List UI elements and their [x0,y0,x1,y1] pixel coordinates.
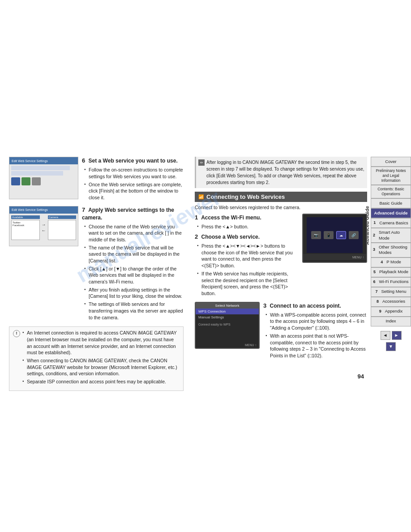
step1-num: 1 [195,214,198,221]
step2-area: 2 Choose a Web service. Press the <▲><▼>… [195,233,299,297]
sn-menu-label: MENU ↑ [245,343,257,347]
sidebar-item-basic-guide[interactable]: Basic Guide [371,198,411,208]
next-page-button[interactable]: ► [392,331,402,340]
screenshot-web-service: Edit Web Service Settings [9,157,78,202]
step7-heading: 7 Apply Web service settings to the came… [82,206,184,222]
step3-area: Select Network WPS Connection Manual Set… [195,302,367,360]
sidebar-item-cover[interactable]: Cover [371,157,411,167]
step6-title: Set a Web service you want to use. [89,158,178,164]
camera-display: 📷 📱 ☁ 🔗 MENU ↑ [302,214,367,263]
sidebar-item-advanced-guide[interactable]: Advanced Guide [371,208,411,218]
sidebar-item-preliminary[interactable]: Preliminary Notes and Legal Information [371,167,411,185]
note-content: An Internet connection is required to ac… [22,330,180,386]
arrow-right: → [42,222,46,227]
step7-bullet-1: Choose the name of the Web service you w… [84,223,184,243]
step7-text: 7 Apply Web service settings to the came… [82,206,184,322]
sidebar-item-setting-menu[interactable]: 7 Setting Menu [371,287,411,297]
sidebar-num-7: 7 [376,289,380,295]
note-bullets: An Internet connection is required to ac… [22,330,180,385]
screenshot-title-text: Edit Web Service Settings [12,159,48,163]
screenshot-box-2: Edit Web Service Settings Available Twit… [9,206,78,246]
right-column: ✏ After logging in to CANON iMAGE GATEWA… [195,157,367,360]
screenshot2-titlebar: Edit Web Service Settings [9,206,78,214]
step1-bullet-1: Press the <▲> button. [197,223,299,230]
section-divider: 📶 Connecting to Web Services [195,192,367,202]
prev-page-button[interactable]: ◄ [381,331,390,340]
step2-bullet-1: Press the <▲><▼><◄><►> buttons to choose… [197,243,299,269]
sidebar-item-setting-menu-label: Setting Menu [381,289,407,294]
sidebar-num-8: 8 [377,299,381,305]
step6-bullet-2: Once the Web service settings are comple… [84,181,184,201]
sidebar-item-smart-auto[interactable]: 2 Smart Auto Mode [371,228,411,243]
sidebar-item-wifi[interactable]: 6 Wi-Fi Functions [371,277,411,287]
arrow-buttons: → ← [42,215,46,240]
cam-icon-share: 🔗 [349,231,359,239]
menu-label: MENU ↑ [352,256,364,259]
step3-bullet-2: With an access point that is not WPS-com… [265,333,367,359]
step3-bullets: With a WPS-compatible access point, conn… [265,312,367,359]
camera-display-area: 📷 📱 ☁ 🔗 MENU ↑ [302,214,367,298]
step6-bullet-1: Follow the on-screen instructions to com… [84,167,184,180]
sidebar-item-other-shooting[interactable]: 3 Other Shooting Modes [371,243,411,257]
down-arrow-area: ▼ [371,342,411,351]
select-network-area: Select Network WPS Connection Manual Set… [195,302,260,360]
step3-title: Connect to an access point. [270,303,341,309]
steps-1-2-text: 1 Access the Wi-Fi menu. Press the <▲> b… [195,214,299,298]
note-bullet-3: Separate ISP connection and access point… [22,378,180,385]
step6-num: 6 [82,157,85,164]
section-intro: Connect to Web services registered to th… [195,205,367,210]
step1-heading: 1 Access the Wi-Fi menu. [195,214,299,222]
wifi-icon: 📶 [198,194,204,199]
section-title: Connecting to Web Services [206,193,285,200]
list-item-facebook: Facebook [13,224,39,227]
cam-label-bar: MENU ↑ [303,254,366,260]
step3-heading: 3 Connect to an access point. [263,302,367,310]
screenshot-icons [11,177,76,185]
sidebar-item-index[interactable]: Index [371,317,411,326]
cam-icon-cloud: ☁ [336,231,346,239]
pencil-icon: ✏ [198,159,205,166]
sidebar-item-wifi-label: Wi-Fi Functions [379,279,409,284]
sidebar-item-camera-basics[interactable]: 1 Camera Basics [371,218,411,228]
cam-icon-camera: 📷 [311,231,321,239]
list-left-content: Twitter Facebook [11,220,40,240]
sidebar-item-p-mode-label: P Mode [386,259,401,265]
cam-icon-phone: 📱 [324,231,334,239]
step7-bullet-3: Click [▲] or [▼] to change the order of … [84,266,184,285]
sidebar-item-appendix-label: Appendix [385,309,403,314]
sidebar-item-accessories[interactable]: 8 Accessories [371,297,411,307]
sidebar-num-5: 5 [373,270,378,275]
step7-num: 7 [82,206,85,213]
note-bullet-1: An Internet connection is required to ac… [22,330,180,356]
note-box: ! An Internet connection is required to … [9,326,184,391]
sn-connect-label: Connect easily to WPS [196,322,259,327]
step6-text: 6 Set a Web service you want to use. Fol… [82,157,184,202]
screenshot-content [9,164,78,187]
sidebar-num-4: 4 [381,260,385,265]
nav-arrows: ◄ ► [371,331,411,340]
step7-area: Edit Web Service Settings Available Twit… [9,206,184,322]
screenshot2-content: Available Twitter Facebook → ← [9,214,78,242]
sidebar-item-appendix[interactable]: 9 Appendix [371,307,411,317]
sidebar-item-playback[interactable]: 5 Playback Mode [371,267,411,277]
sidebar-item-p-mode[interactable]: 4 P Mode [371,257,411,267]
right-note-text: After logging in to CANON iMAGE GATEWAY … [206,159,365,186]
step2-bullets: Press the <▲><▼><◄><►> buttons to choose… [197,243,299,297]
down-arrow-button[interactable]: ▼ [386,342,396,351]
list-left: Available Twitter Facebook [11,215,40,240]
step3-num: 3 [263,302,266,309]
page-number: 94 [358,373,364,380]
sidebar-num-3: 3 [373,247,377,253]
sidebar-num-1: 1 [373,220,378,226]
sidebar-item-contents[interactable]: Contents: Basic Operations [371,185,411,198]
step7-bullets: Choose the name of the Web service you w… [84,223,184,321]
step3-text: 3 Connect to an access point. With a WPS… [263,302,367,360]
left-column: Edit Web Service Settings [9,157,184,391]
step2-title: Choose a Web service. [201,234,260,240]
right-note-box: ✏ After logging in to CANON iMAGE GATEWA… [195,157,367,188]
sidebar-num-9: 9 [379,309,384,314]
sn-item-wps: WPS Connection [196,309,259,314]
page-wrapper: manualreviewer Advanced Guide Cover Prel… [0,0,411,532]
screenshot-box-1: Edit Web Service Settings [9,157,78,199]
sidebar-item-other-shooting-label: Other Shooting Modes [379,245,409,256]
